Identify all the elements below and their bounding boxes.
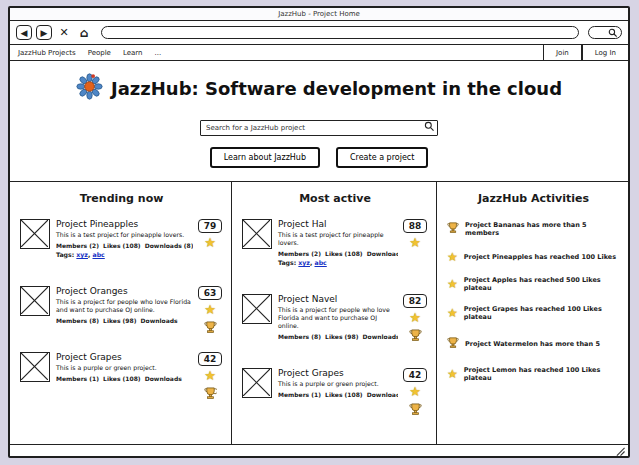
project-description: This is a project for people who love Fl… (278, 306, 398, 330)
trending-title: Trending now (20, 192, 223, 205)
project-card: Project Navel This is a project for peop… (242, 294, 428, 340)
close-x-icon: ✕ (59, 26, 68, 39)
tags-label: Tags: (56, 251, 74, 258)
menu-jazzhub-projects[interactable]: JazzHub Projects (18, 49, 76, 57)
project-meta: Members (8) Likes (98) Downloads (56, 317, 193, 324)
trophy-icon (447, 219, 459, 238)
search-row (10, 115, 628, 136)
project-card: Project Oranges This is a project for pe… (20, 286, 223, 324)
search-icon (424, 117, 435, 136)
activity-item: Project Lemon has reached 100 Likes plat… (447, 366, 620, 382)
star-icon (204, 236, 216, 249)
project-card: Project Grapes This is a purple or green… (242, 368, 428, 398)
score-badge: 42 (198, 352, 222, 366)
auth-buttons: Join Log In (543, 45, 628, 60)
star-icon (447, 307, 458, 319)
project-search-input[interactable] (200, 120, 438, 136)
browser-window: JazzHub - Project Home ◀ ▶ ✕ ⌂ JazzHub P… (8, 6, 630, 458)
project-thumbnail (20, 352, 50, 382)
project-description: This is a test project for pineapple lov… (56, 231, 193, 239)
image-placeholder-icon (21, 220, 49, 247)
page-title: JazzHub: Software development in the clo… (111, 78, 562, 99)
menu-people[interactable]: People (88, 49, 111, 57)
trophy-icon (409, 401, 422, 420)
most-active-title: Most active (242, 192, 428, 205)
activity-item: Project Watermelon has more than 5 (447, 334, 620, 353)
tag-link[interactable]: xyz (298, 259, 310, 266)
project-meta: Members (2) Likes (108) Downloads (8) (278, 250, 398, 257)
trophy-icon (409, 327, 422, 346)
activity-item: Project Grapes has reached 100 Likes pla… (447, 305, 620, 321)
trophy-icon (204, 385, 217, 404)
project-meta: Members (8) Likes (98) Downloads (278, 333, 398, 340)
project-card: Project Grapes This is a purple or green… (20, 352, 223, 382)
project-thumbnail (242, 294, 272, 324)
main-content: JazzHub: Software development in the clo… (10, 61, 628, 444)
menu-learn[interactable]: Learn (123, 49, 143, 57)
resize-handle-icon[interactable] (616, 441, 625, 458)
project-name-link[interactable]: Project Pineapples (56, 219, 193, 229)
project-name-link[interactable]: Project Grapes (56, 352, 193, 362)
project-meta: Members (1) Likes (108) Downloads (278, 391, 398, 398)
project-card: Project Pineapples This is a test projec… (20, 219, 223, 258)
menubar: JazzHub Projects People Learn ... Join L… (10, 45, 628, 61)
status-bar (10, 444, 628, 456)
activity-text: Project Apples has reached 500 Likes pla… (464, 276, 620, 292)
star-icon (409, 385, 421, 398)
learn-about-button[interactable]: Learn about JazzHub (210, 147, 320, 168)
trophy-icon (447, 334, 459, 353)
stop-button[interactable]: ✕ (56, 25, 72, 40)
image-placeholder-icon (243, 220, 271, 247)
jazzhub-logo-icon (76, 73, 103, 104)
forward-button[interactable]: ▶ (36, 25, 52, 40)
back-button[interactable]: ◀ (16, 25, 32, 40)
star-icon (409, 236, 421, 249)
tag-link[interactable]: xyz (76, 251, 88, 258)
project-description: This is a test project for pineapple lov… (278, 231, 398, 247)
project-description: This is a purple or green project. (56, 364, 193, 372)
url-bar[interactable] (101, 26, 579, 39)
project-meta: Members (1) Likes (108) Downloads (56, 375, 193, 382)
project-card: Project Hal This is a test project for p… (242, 219, 428, 266)
project-name-link[interactable]: Project Grapes (278, 368, 398, 378)
tag-link[interactable]: abc (93, 251, 105, 258)
toolbar-search[interactable] (588, 26, 622, 39)
home-button[interactable]: ⌂ (76, 25, 92, 40)
star-icon (204, 369, 216, 382)
image-placeholder-icon (21, 287, 49, 314)
star-icon (447, 251, 458, 263)
menu-more[interactable]: ... (155, 49, 162, 57)
trending-column: Trending now Project Pineapples This is … (10, 182, 232, 444)
tag-link[interactable]: abc (315, 259, 327, 266)
action-buttons: Learn about JazzHub Create a project (10, 147, 628, 168)
activities-column: JazzHub Activities Project Bananas has m… (437, 182, 628, 444)
star-icon (447, 278, 458, 290)
project-name-link[interactable]: Project Hal (278, 219, 398, 229)
browser-toolbar: ◀ ▶ ✕ ⌂ (10, 21, 628, 45)
create-project-button[interactable]: Create a project (336, 147, 428, 168)
project-name-link[interactable]: Project Oranges (56, 286, 193, 296)
image-placeholder-icon (21, 353, 49, 380)
join-button[interactable]: Join (543, 45, 582, 60)
score-badge: 79 (198, 219, 222, 233)
activity-text: Project Pineapples has reached 100 Likes (464, 253, 616, 261)
project-name-link[interactable]: Project Navel (278, 294, 398, 304)
project-thumbnail (20, 219, 50, 249)
tags-label: Tags: (278, 259, 296, 266)
star-icon (409, 311, 421, 324)
star-icon (447, 368, 458, 380)
score-badge: 88 (403, 219, 427, 233)
project-description: This is a purple or green project. (278, 380, 398, 388)
activity-text: Project Bananas has more than 5 members (465, 221, 620, 237)
project-tags: Tags: xyz, abc (56, 251, 193, 258)
activity-text: Project Watermelon has more than 5 (465, 340, 600, 348)
login-button[interactable]: Log In (582, 45, 628, 60)
score-badge: 82 (403, 294, 427, 308)
score-badge: 63 (198, 286, 222, 300)
columns: Trending now Project Pineapples This is … (10, 181, 628, 444)
image-placeholder-icon (243, 369, 271, 396)
project-thumbnail (20, 286, 50, 316)
activity-item: Project Pineapples has reached 100 Likes (447, 251, 620, 263)
star-icon (204, 303, 216, 316)
project-tags: Tags: xyz, abc (278, 259, 398, 266)
